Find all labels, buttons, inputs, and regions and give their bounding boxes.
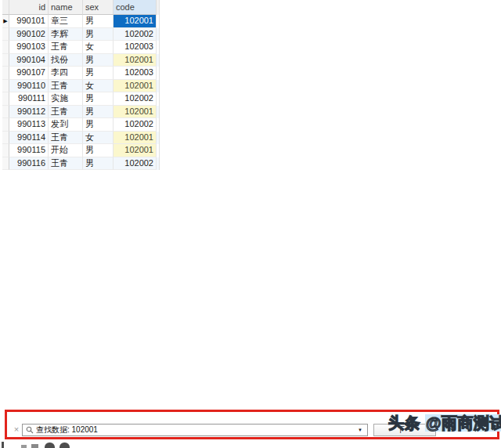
cell-sex[interactable]: 女 — [83, 41, 114, 54]
watermark-text: 头条 @雨商测试 — [388, 413, 501, 434]
row-header-cell[interactable] — [2, 144, 9, 157]
table-row: 990110 王青 女 102001 — [2, 80, 159, 93]
cell-id[interactable]: 990101 — [9, 15, 49, 28]
cell-code[interactable]: 102003 — [114, 67, 157, 80]
data-grid: id name sex code ▶ 990101 章三 男 102001 99… — [2, 0, 160, 170]
row-header-cell[interactable] — [2, 157, 9, 171]
cell-id[interactable]: 990102 — [9, 28, 49, 42]
cell-name[interactable]: 王青 — [49, 106, 83, 119]
cell-name[interactable]: 王青 — [49, 80, 83, 93]
row-header-cell[interactable] — [2, 54, 9, 67]
column-header-code[interactable]: code — [114, 0, 157, 15]
cell-sex[interactable]: 男 — [83, 54, 114, 67]
cell-id[interactable]: 990116 — [9, 157, 49, 171]
cell-sex[interactable]: 男 — [83, 106, 114, 119]
table-row: 990103 王青 女 102003 — [2, 41, 159, 54]
cell-id[interactable]: 990112 — [9, 106, 49, 119]
cell-sex[interactable]: 男 — [83, 67, 114, 80]
cell-name[interactable]: 实施 — [49, 92, 83, 106]
table-row: 990107 李四 男 102003 — [2, 67, 159, 80]
cell-id[interactable]: 990115 — [9, 144, 49, 157]
cell-sex[interactable]: 男 — [83, 15, 114, 28]
table-row: 990111 实施 男 102002 — [2, 92, 159, 106]
cell-sex[interactable]: 女 — [83, 80, 114, 93]
row-header-cell[interactable] — [2, 118, 9, 132]
cell-id[interactable]: 990103 — [9, 41, 49, 54]
column-header-name[interactable]: name — [49, 0, 83, 15]
cell-name[interactable]: 发到 — [49, 118, 83, 132]
cell-sex[interactable]: 男 — [83, 28, 114, 42]
search-input[interactable] — [36, 425, 355, 435]
cell-sex[interactable]: 男 — [83, 157, 114, 171]
cell-name[interactable]: 李辉 — [49, 28, 83, 42]
row-header-cell[interactable] — [2, 67, 9, 80]
table-row: 990104 找份 男 102001 — [2, 54, 159, 67]
row-header-cell[interactable] — [2, 106, 9, 119]
column-header-id[interactable]: id — [9, 0, 49, 15]
table-row: 990102 李辉 男 102002 — [2, 28, 159, 42]
cell-code[interactable]: 102002 — [114, 157, 157, 171]
cell-sex[interactable]: 男 — [83, 118, 114, 132]
column-header-sex[interactable]: sex — [83, 0, 114, 15]
cell-name[interactable]: 李四 — [49, 67, 83, 80]
cell-name[interactable]: 王青 — [49, 157, 83, 171]
cell-id[interactable]: 990114 — [9, 132, 49, 145]
row-header-cell[interactable] — [2, 132, 9, 145]
cell-name[interactable]: 找份 — [49, 54, 83, 67]
cell-code[interactable]: 102002 — [114, 118, 157, 132]
cell-name[interactable]: 章三 — [49, 15, 83, 28]
cut-off-glyphs — [0, 441, 94, 448]
grid-header-row: id name sex code — [2, 0, 159, 15]
cell-code[interactable]: 102001 — [114, 80, 157, 93]
cell-code[interactable]: 102001 — [114, 106, 157, 119]
watermark-part2: @雨商测试 — [425, 414, 501, 432]
grid-body: ▶ 990101 章三 男 102001 990102 李辉 男 102002 … — [2, 15, 159, 170]
cell-name[interactable]: 开始 — [49, 144, 83, 157]
search-icon — [26, 426, 34, 434]
cell-sex[interactable]: 男 — [83, 144, 114, 157]
cell-code[interactable]: 102002 — [114, 92, 157, 106]
cell-id[interactable]: 990104 — [9, 54, 49, 67]
watermark-part1: 头条 — [388, 414, 425, 432]
row-header-cell[interactable]: ▶ — [2, 15, 9, 28]
table-row: 990114 王青 女 102001 — [2, 132, 159, 145]
cell-code[interactable]: 102001 — [114, 132, 157, 145]
close-icon[interactable]: × — [12, 424, 21, 435]
table-row: 990115 开始 男 102001 — [2, 144, 159, 157]
row-header-cell[interactable] — [2, 28, 9, 42]
cell-id[interactable]: 990107 — [9, 67, 49, 80]
table-row: 990116 王青 男 102002 — [2, 157, 159, 171]
cell-code[interactable]: 102001 — [114, 15, 157, 28]
row-header-cell[interactable] — [2, 41, 9, 54]
cell-id[interactable]: 990113 — [9, 118, 49, 132]
table-row: ▶ 990101 章三 男 102001 — [2, 15, 159, 28]
cell-sex[interactable]: 女 — [83, 132, 114, 145]
row-header-cell[interactable] — [2, 80, 9, 93]
grid-corner-cell[interactable] — [2, 0, 9, 15]
cell-code[interactable]: 102003 — [114, 41, 157, 54]
cell-name[interactable]: 王青 — [49, 41, 83, 54]
cell-name[interactable]: 王青 — [49, 132, 83, 145]
chevron-down-icon[interactable]: ▼ — [355, 428, 367, 432]
find-search-box: ▼ — [22, 424, 368, 436]
cell-id[interactable]: 990111 — [9, 92, 49, 106]
cell-code[interactable]: 102001 — [114, 144, 157, 157]
row-header-cell[interactable] — [2, 92, 9, 106]
table-row: 990112 王青 男 102001 — [2, 106, 159, 119]
cell-code[interactable]: 102002 — [114, 28, 157, 42]
table-row: 990113 发到 男 102002 — [2, 118, 159, 132]
cell-sex[interactable]: 男 — [83, 92, 114, 106]
cell-id[interactable]: 990110 — [9, 80, 49, 93]
cell-code[interactable]: 102001 — [114, 54, 157, 67]
